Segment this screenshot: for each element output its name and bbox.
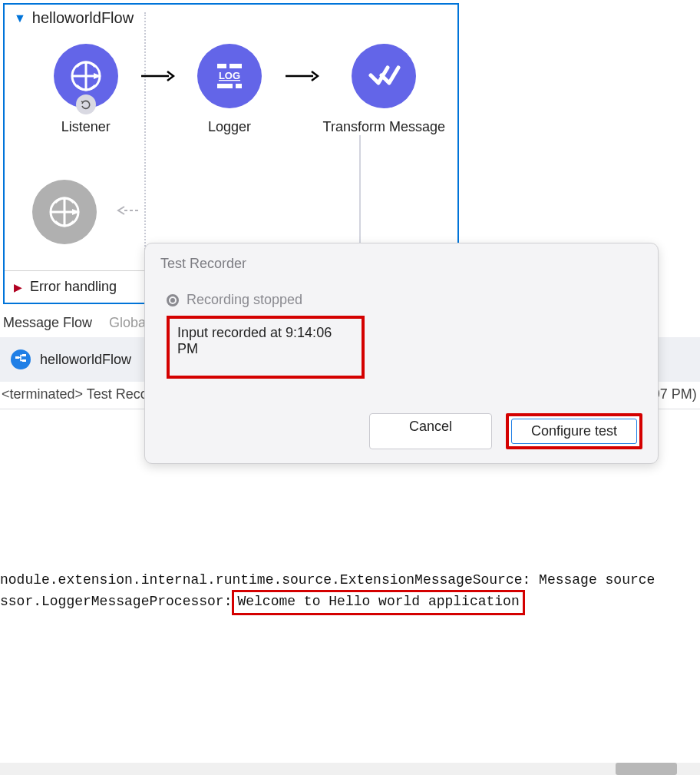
svg-rect-11 (22, 354, 26, 356)
node-transform[interactable]: Transform Message (320, 44, 448, 135)
node-listener[interactable]: Listener (32, 44, 139, 135)
svg-rect-5 (217, 84, 233, 88)
test-recorder-dialog: Test Recorder Recording stopped Input re… (144, 243, 659, 464)
configure-test-button[interactable]: Configure test (511, 419, 637, 444)
node-logger[interactable]: LOG Logger (176, 44, 282, 135)
disabled-listener-icon[interactable] (32, 180, 97, 244)
arrow-icon (283, 44, 320, 108)
flow-title: helloworldFlow (32, 9, 134, 27)
recording-status-row: Recording stopped (167, 292, 642, 308)
console-line: nodule.extension.internal.runtime.source… (0, 571, 700, 590)
flow-nodes-row: Listener LOG Logger (5, 30, 457, 158)
console-line: ssor.LoggerMessageProcessor: Welcome to … (0, 590, 700, 615)
svg-text:LOG: LOG (219, 70, 240, 81)
node-label: Listener (61, 119, 111, 135)
svg-rect-2 (217, 64, 226, 68)
dialog-title: Test Recorder (160, 256, 642, 272)
transform-icon (352, 44, 416, 108)
cancel-button[interactable]: Cancel (369, 413, 492, 449)
tab-global[interactable]: Global (109, 315, 149, 331)
recorded-message: Input recorded at 9:14:06 PM (167, 316, 365, 379)
node-label: Logger (208, 119, 251, 135)
configure-test-highlight: Configure test (506, 413, 642, 449)
flow-title-bar[interactable]: ▼ helloworldFlow (5, 5, 457, 30)
breadcrumb-flow-name[interactable]: helloworldFlow (40, 352, 131, 368)
dialog-button-row: Cancel Configure test (160, 413, 642, 449)
collapse-caret-icon[interactable]: ▼ (14, 12, 26, 25)
workspace-root: ▼ helloworldFlow Listener (0, 3, 700, 646)
tab-message-flow[interactable]: Message Flow (3, 315, 92, 331)
listener-icon (54, 44, 118, 108)
error-handling-label: Error handling (30, 279, 117, 295)
refresh-badge-icon (76, 94, 96, 114)
svg-rect-3 (229, 64, 242, 68)
svg-rect-10 (15, 356, 19, 359)
recording-status-label: Recording stopped (187, 292, 302, 308)
arrow-icon (139, 44, 176, 108)
svg-rect-12 (22, 359, 26, 362)
node-label: Transform Message (323, 119, 445, 135)
dashed-arrow-icon (117, 203, 140, 221)
record-stopped-icon (167, 294, 179, 306)
flow-icon (11, 349, 31, 369)
logger-icon: LOG (197, 44, 262, 108)
highlighted-log-output: Welcome to Hello world application (232, 590, 524, 615)
expand-caret-icon[interactable]: ▶ (14, 281, 22, 293)
svg-rect-6 (236, 84, 242, 88)
